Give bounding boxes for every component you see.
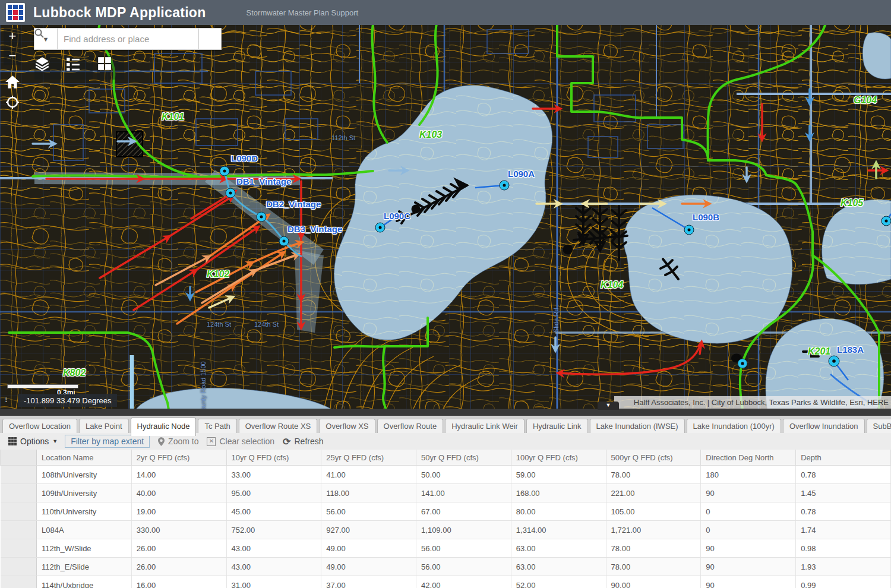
table-cell: 90.00 xyxy=(606,576,701,588)
table-cell: 221.00 xyxy=(606,484,701,502)
app-header: Lubbock MDP Application Stormwater Maste… xyxy=(0,0,891,25)
column-header[interactable]: 2yr Q FFD (cfs) xyxy=(131,450,226,466)
refresh-icon: ⟳ xyxy=(283,436,290,447)
clear-selection-button[interactable]: ✕ Clear selection xyxy=(207,437,274,446)
scale-bar xyxy=(7,384,78,388)
search-bar: ▼ xyxy=(34,28,222,50)
app-subtitle: Stormwater Master Plan Support xyxy=(247,8,359,17)
row-selector[interactable] xyxy=(1,484,37,502)
app-window: K101K103G104K105K102K104K802K201L090DDB1… xyxy=(0,0,891,588)
table-row[interactable]: L084A330.00752.00927.001,109.001,314.001… xyxy=(1,521,891,539)
tab-overflow-xs[interactable]: Overflow XS xyxy=(319,419,375,433)
table-cell: L084A xyxy=(37,521,132,539)
zoom-in-button[interactable]: + xyxy=(4,28,21,46)
column-header[interactable]: Depth xyxy=(796,450,891,466)
filter-by-map-extent-button[interactable]: Filter by map extent xyxy=(65,435,150,448)
table-cell: 112th_E/Slide xyxy=(37,558,132,576)
column-header[interactable]: 500yr Q FFD (cfs) xyxy=(606,450,701,466)
table-cell: 43.00 xyxy=(226,539,321,558)
column-header[interactable]: Direction Deg North xyxy=(701,450,796,466)
tab-overflow-route[interactable]: Overflow Route xyxy=(377,419,444,433)
zoom-to-label: Zoom to xyxy=(168,437,198,446)
table-cell: 49.00 xyxy=(321,539,416,558)
row-selector[interactable] xyxy=(1,539,37,558)
tab-hydraulic-node[interactable]: Hydraulic Node xyxy=(131,418,197,436)
table-cell: 114th/Uxbridge xyxy=(37,576,132,588)
basemap-button[interactable] xyxy=(97,56,124,80)
table-cell: 19.00 xyxy=(131,502,226,521)
table-cell: 80.00 xyxy=(511,502,606,521)
table-cell: 0.78 xyxy=(796,466,891,484)
table-cell: 63.00 xyxy=(511,539,606,558)
zoom-out-button[interactable]: − xyxy=(4,48,21,65)
table-cell: 1,109.00 xyxy=(416,521,511,539)
tab-tc-path[interactable]: Tc Path xyxy=(198,419,236,433)
map-attribution: Halff Associates, Inc. | City of Lubbock… xyxy=(614,396,891,409)
coordinates-readout: -101.899 33.479 Degrees xyxy=(18,394,117,407)
table-cell: 1.45 xyxy=(796,484,891,502)
table-cell: 90 xyxy=(701,539,796,558)
table-row[interactable]: 114th/Uxbridge16.0031.0037.0042.0052.009… xyxy=(1,576,891,588)
table-cell: 112th_W/Slide xyxy=(37,539,132,558)
table-cell: 109th/University xyxy=(37,484,132,502)
table-row[interactable]: 112th_E/Slide26.0043.0049.0056.0063.0078… xyxy=(1,558,891,576)
table-row[interactable]: 109th/University40.0095.00118.00141.0016… xyxy=(1,484,891,502)
column-header[interactable]: 100yr Q FFD (cfs) xyxy=(511,450,606,466)
table-cell: 43.00 xyxy=(226,558,321,576)
table-cell: 105.00 xyxy=(606,502,701,521)
zoom-to-button[interactable]: Zoom to xyxy=(158,437,198,446)
table-cell: 1.74 xyxy=(796,521,891,539)
tab-hydraulic-link-weir[interactable]: Hydraulic Link Weir xyxy=(445,419,525,433)
table-cell: 50.00 xyxy=(416,466,511,484)
options-button[interactable]: Options ▼ xyxy=(8,437,58,446)
table-row[interactable]: 110th/University19.0045.0056.0067.0080.0… xyxy=(1,502,891,521)
table-row[interactable]: 108th/University14.0033.0041.0050.0059.0… xyxy=(1,466,891,484)
tab-overflow-inundation[interactable]: Overflow Inundation xyxy=(783,419,865,433)
column-header[interactable]: 10yr Q FFD (cfs) xyxy=(226,450,321,466)
column-header[interactable]: 25yr Q FFD (cfs) xyxy=(321,450,416,466)
table-cell: 330.00 xyxy=(131,521,226,539)
table-cell: 33.00 xyxy=(226,466,321,484)
row-selector[interactable] xyxy=(1,502,37,521)
map-canvas[interactable]: K101K103G104K105K102K104K802K201L090DDB1… xyxy=(0,0,891,410)
table-row[interactable]: 112th_W/Slide26.0043.0049.0056.0063.0078… xyxy=(1,539,891,558)
row-selector[interactable] xyxy=(1,521,37,539)
table-cell: 90 xyxy=(701,576,796,588)
tab-overflow-route-xs[interactable]: Overflow Route XS xyxy=(239,419,318,433)
table-cell: 118.00 xyxy=(321,484,416,502)
table-cell: 110th/University xyxy=(37,502,132,521)
search-icon xyxy=(34,28,45,39)
legend-button[interactable] xyxy=(65,56,93,80)
column-header[interactable]: Location Name xyxy=(37,450,132,466)
app-logo-icon xyxy=(6,3,25,22)
table-cell: 56.00 xyxy=(321,502,416,521)
column-header[interactable]: 50yr Q FFD (cfs) xyxy=(416,450,511,466)
options-grid-icon xyxy=(8,437,17,445)
panel-collapse-button[interactable]: ▼ xyxy=(598,402,619,410)
tab-lake-inundation-100yr-[interactable]: Lake Inundation (100yr) xyxy=(687,419,781,433)
layers-button[interactable] xyxy=(34,56,62,80)
tab-lake-inundation-iwse-[interactable]: Lake Inundation (IWSE) xyxy=(590,419,685,433)
row-selector[interactable] xyxy=(1,576,37,588)
table-cell: 31.00 xyxy=(226,576,321,588)
row-selector[interactable] xyxy=(1,558,37,576)
table-cell: 168.00 xyxy=(511,484,606,502)
table-cell: 56.00 xyxy=(416,539,511,558)
table-cell: 78.00 xyxy=(606,539,701,558)
table-cell: 141.00 xyxy=(416,484,511,502)
search-input[interactable] xyxy=(58,28,198,50)
table-cell: 14.00 xyxy=(131,466,226,484)
tab-subbasin[interactable]: SubBasin xyxy=(867,419,891,433)
search-button[interactable] xyxy=(198,28,222,50)
row-selector[interactable] xyxy=(1,466,37,484)
tab-lake-point[interactable]: Lake Point xyxy=(79,419,128,433)
table-cell: 59.00 xyxy=(511,466,606,484)
tab-overflow-location[interactable]: Overflow Location xyxy=(2,419,77,433)
table-cell: 26.00 xyxy=(131,539,226,558)
tab-bar: Overflow LocationLake PointHydraulic Nod… xyxy=(0,416,891,433)
refresh-button[interactable]: ⟳ Refresh xyxy=(283,436,323,447)
table-cell: 1,721.00 xyxy=(606,521,701,539)
basemap-grid-icon xyxy=(97,56,112,71)
tab-hydraulic-link[interactable]: Hydraulic Link xyxy=(526,419,588,433)
chevron-down-icon: ▼ xyxy=(52,438,58,444)
